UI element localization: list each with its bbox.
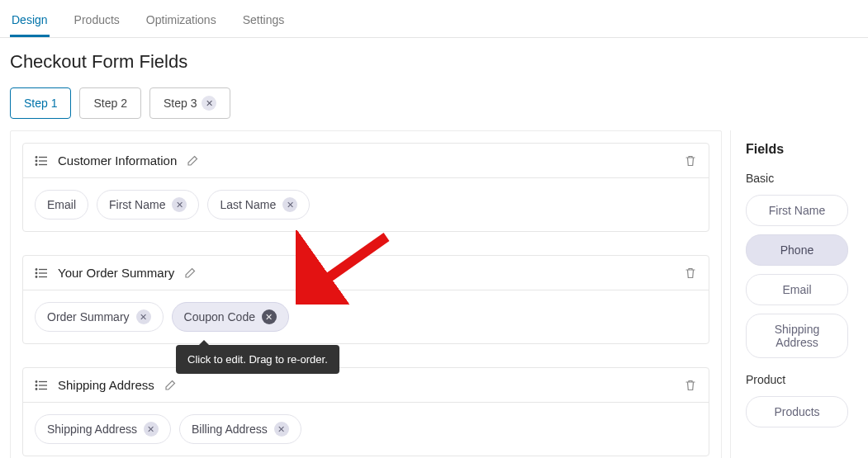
sidebar-pill-phone[interactable]: Phone xyxy=(746,234,848,266)
drag-handle-icon[interactable] xyxy=(35,155,48,167)
section-title: Your Order Summary xyxy=(58,266,174,280)
chip-label: Shipping Address xyxy=(47,423,137,436)
chip-label: Last Name xyxy=(220,198,276,211)
sidebar-title: Fields xyxy=(746,142,848,157)
svg-point-8 xyxy=(36,272,37,274)
drag-handle-icon[interactable] xyxy=(35,380,48,391)
trash-icon[interactable] xyxy=(684,154,697,168)
chip-label: Coupon Code xyxy=(184,310,255,323)
section-body: Shipping Address ✕ Billing Address ✕ xyxy=(23,403,709,456)
sidebar-pill-email[interactable]: Email xyxy=(746,274,848,305)
section-title: Customer Information xyxy=(58,153,177,168)
svg-point-16 xyxy=(36,388,37,390)
chip-label: First Name xyxy=(109,198,165,211)
svg-point-2 xyxy=(36,160,37,162)
step-label: Step 2 xyxy=(93,97,126,110)
sidebar-group-basic: Basic xyxy=(746,172,848,185)
field-chip-shipping-address[interactable]: Shipping Address ✕ xyxy=(35,414,171,444)
pencil-icon[interactable] xyxy=(184,267,196,279)
drag-handle-icon[interactable] xyxy=(35,267,48,279)
svg-point-6 xyxy=(36,268,37,270)
chip-label: Order Summary xyxy=(47,310,130,323)
step-2-button[interactable]: Step 2 xyxy=(79,87,140,119)
field-chip-billing-address[interactable]: Billing Address ✕ xyxy=(179,414,301,444)
field-chip-coupon-code[interactable]: Coupon Code ✕ xyxy=(172,302,289,332)
section-body: Email First Name ✕ Last Name ✕ xyxy=(23,178,709,231)
section-customer-information[interactable]: Customer Information Email First Name ✕ … xyxy=(22,143,709,232)
section-header: Shipping Address xyxy=(23,368,709,403)
chip-label: Email xyxy=(47,198,76,211)
field-chip-first-name[interactable]: First Name ✕ xyxy=(97,190,199,220)
content-row: Customer Information Email First Name ✕ … xyxy=(0,130,868,458)
sidebar-group-product: Product xyxy=(746,373,848,386)
section-order-summary[interactable]: Your Order Summary Order Summary ✕ Coupo… xyxy=(22,255,709,344)
svg-point-0 xyxy=(36,156,37,158)
field-chip-order-summary[interactable]: Order Summary ✕ xyxy=(35,302,164,332)
section-title: Shipping Address xyxy=(58,378,154,392)
pencil-icon[interactable] xyxy=(164,380,176,391)
field-chip-last-name[interactable]: Last Name ✕ xyxy=(207,190,310,220)
tab-products[interactable]: Products xyxy=(73,8,121,37)
svg-point-4 xyxy=(36,163,37,165)
fields-sidebar: Fields Basic First Name Phone Email Ship… xyxy=(730,130,858,458)
form-builder: Customer Information Email First Name ✕ … xyxy=(10,130,722,458)
close-icon[interactable]: ✕ xyxy=(202,96,216,111)
tooltip: Click to edit. Drag to re-order. xyxy=(176,345,339,374)
pencil-icon[interactable] xyxy=(187,155,198,167)
chip-label: Billing Address xyxy=(192,423,268,436)
trash-icon[interactable] xyxy=(684,267,697,280)
section-body: Order Summary ✕ Coupon Code ✕ xyxy=(23,290,709,343)
remove-icon[interactable]: ✕ xyxy=(144,422,159,437)
section-header: Your Order Summary xyxy=(23,256,709,290)
section-shipping-address[interactable]: Shipping Address Shipping Address ✕ Bill… xyxy=(22,367,709,456)
step-label: Step 1 xyxy=(24,97,57,110)
page-title: Checkout Form Fields xyxy=(10,51,858,73)
remove-icon[interactable]: ✕ xyxy=(136,309,151,324)
svg-point-14 xyxy=(36,385,37,386)
sidebar-pill-products[interactable]: Products xyxy=(746,396,848,427)
tooltip-text: Click to edit. Drag to re-order. xyxy=(187,353,328,366)
svg-point-10 xyxy=(36,276,37,277)
remove-icon[interactable]: ✕ xyxy=(172,197,187,212)
steps-row: Step 1 Step 2 Step 3 ✕ xyxy=(0,87,868,130)
trash-icon[interactable] xyxy=(684,379,697,392)
tab-design[interactable]: Design xyxy=(10,8,50,37)
remove-icon[interactable]: ✕ xyxy=(262,309,277,324)
svg-point-12 xyxy=(36,380,37,382)
step-1-button[interactable]: Step 1 xyxy=(10,87,71,119)
step-3-button[interactable]: Step 3 ✕ xyxy=(149,87,230,119)
top-tabs: Design Products Optimizations Settings xyxy=(0,0,868,38)
sidebar-pill-shipping-address[interactable]: Shipping Address xyxy=(746,314,848,358)
tab-settings[interactable]: Settings xyxy=(241,8,287,37)
sidebar-pill-first-name[interactable]: First Name xyxy=(746,195,848,226)
remove-icon[interactable]: ✕ xyxy=(274,422,289,437)
remove-icon[interactable]: ✕ xyxy=(282,197,297,212)
tab-optimizations[interactable]: Optimizations xyxy=(145,8,218,37)
field-chip-email[interactable]: Email xyxy=(35,190,88,220)
step-label: Step 3 xyxy=(164,97,197,110)
section-header: Customer Information xyxy=(23,144,709,178)
